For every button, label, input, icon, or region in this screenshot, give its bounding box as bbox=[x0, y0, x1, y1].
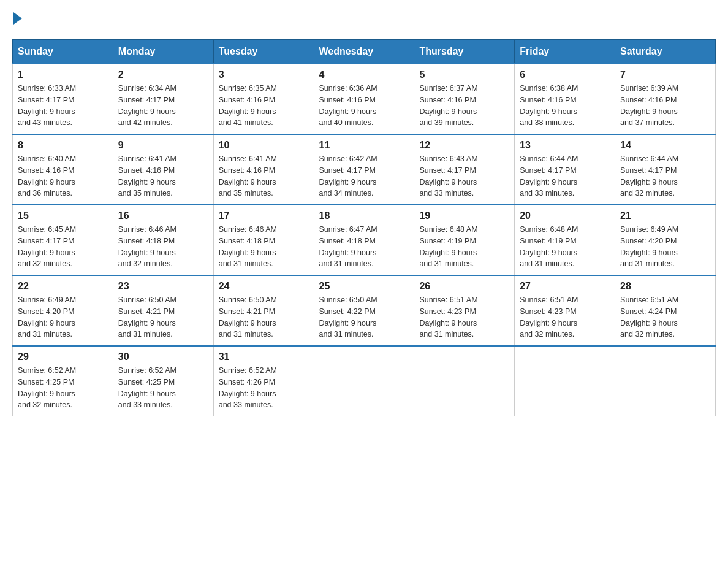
day-cell: 17 Sunrise: 6:46 AM Sunset: 4:18 PM Dayl… bbox=[213, 205, 314, 275]
week-row-5: 29 Sunrise: 6:52 AM Sunset: 4:25 PM Dayl… bbox=[13, 346, 716, 416]
logo bbox=[12, 12, 22, 27]
day-cell: 25 Sunrise: 6:50 AM Sunset: 4:22 PM Dayl… bbox=[314, 275, 414, 346]
week-row-2: 8 Sunrise: 6:40 AM Sunset: 4:16 PM Dayli… bbox=[13, 134, 716, 205]
day-info: Sunrise: 6:46 AM Sunset: 4:18 PM Dayligh… bbox=[219, 224, 309, 270]
day-number: 1 bbox=[18, 69, 108, 80]
day-number: 21 bbox=[620, 210, 710, 221]
day-cell: 23 Sunrise: 6:50 AM Sunset: 4:21 PM Dayl… bbox=[113, 275, 213, 346]
day-cell: 13 Sunrise: 6:44 AM Sunset: 4:17 PM Dayl… bbox=[515, 134, 615, 205]
day-info: Sunrise: 6:52 AM Sunset: 4:25 PM Dayligh… bbox=[118, 365, 208, 411]
day-cell: 29 Sunrise: 6:52 AM Sunset: 4:25 PM Dayl… bbox=[13, 346, 113, 416]
day-number: 18 bbox=[319, 210, 409, 221]
day-cell: 1 Sunrise: 6:33 AM Sunset: 4:17 PM Dayli… bbox=[13, 64, 113, 134]
day-info: Sunrise: 6:37 AM Sunset: 4:16 PM Dayligh… bbox=[419, 83, 509, 129]
day-cell: 30 Sunrise: 6:52 AM Sunset: 4:25 PM Dayl… bbox=[113, 346, 213, 416]
day-info: Sunrise: 6:33 AM Sunset: 4:17 PM Dayligh… bbox=[18, 83, 108, 129]
day-number: 16 bbox=[118, 210, 208, 221]
day-number: 19 bbox=[419, 210, 509, 221]
day-number: 15 bbox=[18, 210, 108, 221]
day-number: 23 bbox=[118, 281, 208, 292]
day-number: 14 bbox=[620, 140, 710, 151]
day-cell: 2 Sunrise: 6:34 AM Sunset: 4:17 PM Dayli… bbox=[113, 64, 213, 134]
column-header-tuesday: Tuesday bbox=[213, 40, 314, 64]
day-number: 11 bbox=[319, 140, 409, 151]
day-cell bbox=[615, 346, 716, 416]
day-info: Sunrise: 6:51 AM Sunset: 4:23 PM Dayligh… bbox=[419, 294, 509, 340]
day-number: 29 bbox=[18, 351, 108, 362]
day-cell: 19 Sunrise: 6:48 AM Sunset: 4:19 PM Dayl… bbox=[414, 205, 515, 275]
day-number: 6 bbox=[520, 69, 610, 80]
calendar-table: SundayMondayTuesdayWednesdayThursdayFrid… bbox=[12, 39, 716, 416]
day-cell: 22 Sunrise: 6:49 AM Sunset: 4:20 PM Dayl… bbox=[13, 275, 113, 346]
day-info: Sunrise: 6:45 AM Sunset: 4:17 PM Dayligh… bbox=[18, 224, 108, 270]
day-info: Sunrise: 6:41 AM Sunset: 4:16 PM Dayligh… bbox=[118, 153, 208, 199]
day-number: 4 bbox=[319, 69, 409, 80]
day-number: 9 bbox=[118, 140, 208, 151]
column-header-wednesday: Wednesday bbox=[314, 40, 414, 64]
logo-arrow-icon bbox=[13, 12, 22, 25]
day-cell: 26 Sunrise: 6:51 AM Sunset: 4:23 PM Dayl… bbox=[414, 275, 515, 346]
day-info: Sunrise: 6:52 AM Sunset: 4:26 PM Dayligh… bbox=[219, 365, 309, 411]
header-row: SundayMondayTuesdayWednesdayThursdayFrid… bbox=[13, 40, 716, 64]
day-info: Sunrise: 6:35 AM Sunset: 4:16 PM Dayligh… bbox=[219, 83, 309, 129]
day-cell bbox=[515, 346, 615, 416]
day-cell: 8 Sunrise: 6:40 AM Sunset: 4:16 PM Dayli… bbox=[13, 134, 113, 205]
day-info: Sunrise: 6:49 AM Sunset: 4:20 PM Dayligh… bbox=[18, 294, 108, 340]
day-info: Sunrise: 6:51 AM Sunset: 4:23 PM Dayligh… bbox=[520, 294, 610, 340]
day-info: Sunrise: 6:42 AM Sunset: 4:17 PM Dayligh… bbox=[319, 153, 409, 199]
day-info: Sunrise: 6:38 AM Sunset: 4:16 PM Dayligh… bbox=[520, 83, 610, 129]
day-cell: 6 Sunrise: 6:38 AM Sunset: 4:16 PM Dayli… bbox=[515, 64, 615, 134]
day-cell: 9 Sunrise: 6:41 AM Sunset: 4:16 PM Dayli… bbox=[113, 134, 213, 205]
day-info: Sunrise: 6:47 AM Sunset: 4:18 PM Dayligh… bbox=[319, 224, 409, 270]
day-cell: 27 Sunrise: 6:51 AM Sunset: 4:23 PM Dayl… bbox=[515, 275, 615, 346]
day-cell: 15 Sunrise: 6:45 AM Sunset: 4:17 PM Dayl… bbox=[13, 205, 113, 275]
day-number: 13 bbox=[520, 140, 610, 151]
day-cell: 4 Sunrise: 6:36 AM Sunset: 4:16 PM Dayli… bbox=[314, 64, 414, 134]
column-header-saturday: Saturday bbox=[615, 40, 716, 64]
day-info: Sunrise: 6:41 AM Sunset: 4:16 PM Dayligh… bbox=[219, 153, 309, 199]
day-info: Sunrise: 6:44 AM Sunset: 4:17 PM Dayligh… bbox=[520, 153, 610, 199]
day-number: 25 bbox=[319, 281, 409, 292]
day-number: 10 bbox=[219, 140, 309, 151]
day-number: 27 bbox=[520, 281, 610, 292]
week-row-3: 15 Sunrise: 6:45 AM Sunset: 4:17 PM Dayl… bbox=[13, 205, 716, 275]
day-number: 22 bbox=[18, 281, 108, 292]
day-info: Sunrise: 6:48 AM Sunset: 4:19 PM Dayligh… bbox=[419, 224, 509, 270]
day-info: Sunrise: 6:51 AM Sunset: 4:24 PM Dayligh… bbox=[620, 294, 710, 340]
day-cell: 12 Sunrise: 6:43 AM Sunset: 4:17 PM Dayl… bbox=[414, 134, 515, 205]
day-cell: 20 Sunrise: 6:48 AM Sunset: 4:19 PM Dayl… bbox=[515, 205, 615, 275]
day-info: Sunrise: 6:36 AM Sunset: 4:16 PM Dayligh… bbox=[319, 83, 409, 129]
column-header-monday: Monday bbox=[113, 40, 213, 64]
day-number: 17 bbox=[219, 210, 309, 221]
day-info: Sunrise: 6:43 AM Sunset: 4:17 PM Dayligh… bbox=[419, 153, 509, 199]
day-info: Sunrise: 6:34 AM Sunset: 4:17 PM Dayligh… bbox=[118, 83, 208, 129]
day-number: 2 bbox=[118, 69, 208, 80]
day-number: 26 bbox=[419, 281, 509, 292]
day-info: Sunrise: 6:50 AM Sunset: 4:22 PM Dayligh… bbox=[319, 294, 409, 340]
day-cell: 5 Sunrise: 6:37 AM Sunset: 4:16 PM Dayli… bbox=[414, 64, 515, 134]
day-cell: 7 Sunrise: 6:39 AM Sunset: 4:16 PM Dayli… bbox=[615, 64, 716, 134]
day-info: Sunrise: 6:39 AM Sunset: 4:16 PM Dayligh… bbox=[620, 83, 710, 129]
day-cell: 24 Sunrise: 6:50 AM Sunset: 4:21 PM Dayl… bbox=[213, 275, 314, 346]
day-number: 8 bbox=[18, 140, 108, 151]
day-info: Sunrise: 6:50 AM Sunset: 4:21 PM Dayligh… bbox=[219, 294, 309, 340]
day-number: 31 bbox=[219, 351, 309, 362]
week-row-1: 1 Sunrise: 6:33 AM Sunset: 4:17 PM Dayli… bbox=[13, 64, 716, 134]
day-cell: 21 Sunrise: 6:49 AM Sunset: 4:20 PM Dayl… bbox=[615, 205, 716, 275]
day-cell: 28 Sunrise: 6:51 AM Sunset: 4:24 PM Dayl… bbox=[615, 275, 716, 346]
column-header-sunday: Sunday bbox=[13, 40, 113, 64]
day-info: Sunrise: 6:52 AM Sunset: 4:25 PM Dayligh… bbox=[18, 365, 108, 411]
day-number: 20 bbox=[520, 210, 610, 221]
day-cell: 11 Sunrise: 6:42 AM Sunset: 4:17 PM Dayl… bbox=[314, 134, 414, 205]
week-row-4: 22 Sunrise: 6:49 AM Sunset: 4:20 PM Dayl… bbox=[13, 275, 716, 346]
day-cell: 16 Sunrise: 6:46 AM Sunset: 4:18 PM Dayl… bbox=[113, 205, 213, 275]
day-cell bbox=[314, 346, 414, 416]
column-header-friday: Friday bbox=[515, 40, 615, 64]
day-info: Sunrise: 6:40 AM Sunset: 4:16 PM Dayligh… bbox=[18, 153, 108, 199]
day-cell: 14 Sunrise: 6:44 AM Sunset: 4:17 PM Dayl… bbox=[615, 134, 716, 205]
day-number: 28 bbox=[620, 281, 710, 292]
day-info: Sunrise: 6:50 AM Sunset: 4:21 PM Dayligh… bbox=[118, 294, 208, 340]
day-info: Sunrise: 6:49 AM Sunset: 4:20 PM Dayligh… bbox=[620, 224, 710, 270]
day-cell: 31 Sunrise: 6:52 AM Sunset: 4:26 PM Dayl… bbox=[213, 346, 314, 416]
day-info: Sunrise: 6:46 AM Sunset: 4:18 PM Dayligh… bbox=[118, 224, 208, 270]
